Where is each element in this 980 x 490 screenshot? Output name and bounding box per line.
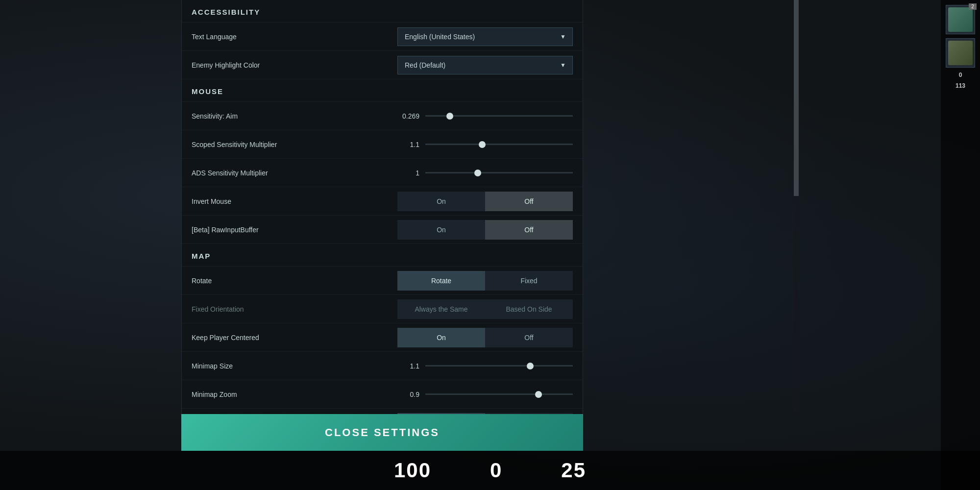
minimap-zoom-value: 0.9 [397,391,419,398]
text-language-label: Text Language [192,33,397,41]
hud-val-1: 100 [394,459,431,482]
enemy-highlight-control[interactable]: Red (Default) ▼ [397,56,573,74]
minimap-size-value: 1.1 [397,362,419,370]
hud-val-2: 0 [490,459,502,482]
enemy-highlight-label: Enemy Highlight Color [192,61,397,69]
sensitivity-aim-label: Sensitivity: Aim [192,112,397,120]
text-language-control[interactable]: English (United States) ▼ [397,27,573,46]
fixed-orientation-toggle: Always the Same Based On Side [397,299,573,319]
ads-sensitivity-value: 1 [397,169,419,177]
minimap-size-control: 1.1 [397,362,573,370]
keep-player-off[interactable]: Off [485,328,573,347]
setting-row-enemy-highlight: Enemy Highlight Color Red (Default) ▼ [182,50,583,79]
ads-sensitivity-control: 1 [397,169,573,177]
text-language-select[interactable]: English (United States) [397,27,573,46]
raw-input-toggle: On Off [397,220,573,240]
rotate-option-fixed[interactable]: Fixed [485,271,573,291]
hud-bottom-item-3: 25 [561,459,586,482]
right-hud: 2 0 113 [941,0,980,490]
map-header: MAP [182,244,583,266]
close-settings-button[interactable]: CLOSE SETTINGS [181,414,583,451]
minimap-size-label: Minimap Size [192,362,397,370]
setting-row-ads-sensitivity: ADS Sensitivity Multiplier 1 [182,158,583,187]
invert-mouse-off[interactable]: Off [485,192,573,211]
keep-player-label: Keep Player Centered [192,334,397,342]
ammo-count-1: 0 [959,72,962,78]
invert-mouse-label: Invert Mouse [192,197,397,205]
keep-player-on[interactable]: On [397,328,485,347]
minimap-zoom-slider[interactable] [425,393,573,395]
raw-input-off[interactable]: Off [485,220,573,240]
ammo-count-2: 113 [956,82,965,89]
item-badge-1: 2 [969,3,977,10]
ads-sensitivity-slider[interactable] [425,172,573,173]
sensitivity-aim-value: 0.269 [397,112,419,120]
scoped-sensitivity-value: 1.1 [397,141,419,148]
minimap-zoom-label: Minimap Zoom [192,391,397,398]
setting-row-sensitivity-aim: Sensitivity: Aim 0.269 [182,101,583,130]
bottom-hud: 100 0 25 [0,451,980,490]
fixed-orientation-same[interactable]: Always the Same [397,299,485,319]
rotate-option-rotate[interactable]: Rotate [397,271,485,291]
settings-panel: ACCESSIBILITY Text Language English (Uni… [181,0,583,451]
hud-bottom-item-1: 100 [394,459,431,482]
setting-row-raw-input: [Beta] RawInputBuffer On Off [182,215,583,244]
scrollbar-track[interactable] [794,0,799,414]
sensitivity-aim-control: 0.269 [397,112,573,120]
item-slot-1: 2 [946,5,975,34]
scrollbar-thumb[interactable] [794,0,799,196]
enemy-highlight-select[interactable]: Red (Default) [397,56,573,74]
accessibility-header: ACCESSIBILITY [182,0,583,22]
raw-input-on[interactable]: On [397,220,485,240]
rotate-label: Rotate [192,277,397,285]
hud-val-3: 25 [561,459,586,482]
mouse-header: MOUSE [182,79,583,101]
setting-row-minimap-size: Minimap Size 1.1 [182,351,583,380]
minimap-zoom-control: 0.9 [397,391,573,398]
invert-mouse-on[interactable]: On [397,192,485,211]
setting-row-minimap-zoom: Minimap Zoom 0.9 [182,380,583,408]
fixed-orientation-label: Fixed Orientation [192,305,397,313]
scoped-sensitivity-control: 1.1 [397,141,573,148]
invert-mouse-toggle: On Off [397,192,573,211]
scoped-sensitivity-label: Scoped Sensitivity Multiplier [192,141,397,148]
fixed-orientation-side[interactable]: Based On Side [485,299,573,319]
setting-row-rotate: Rotate Rotate Fixed [182,266,583,294]
sensitivity-aim-slider[interactable] [425,115,573,117]
item-slot-2 [946,38,975,68]
raw-input-label: [Beta] RawInputBuffer [192,226,397,234]
ads-sensitivity-label: ADS Sensitivity Multiplier [192,169,397,177]
setting-row-text-language: Text Language English (United States) ▼ [182,22,583,50]
setting-row-scoped-sensitivity: Scoped Sensitivity Multiplier 1.1 [182,130,583,158]
scoped-sensitivity-slider[interactable] [425,144,573,145]
minimap-size-slider[interactable] [425,365,573,367]
setting-row-keep-player: Keep Player Centered On Off [182,323,583,351]
rotate-toggle: Rotate Fixed [397,271,573,291]
setting-row-invert-mouse: Invert Mouse On Off [182,187,583,215]
hud-bottom-item-2: 0 [490,459,502,482]
keep-player-toggle: On Off [397,328,573,347]
setting-row-fixed-orientation: Fixed Orientation Always the Same Based … [182,294,583,323]
